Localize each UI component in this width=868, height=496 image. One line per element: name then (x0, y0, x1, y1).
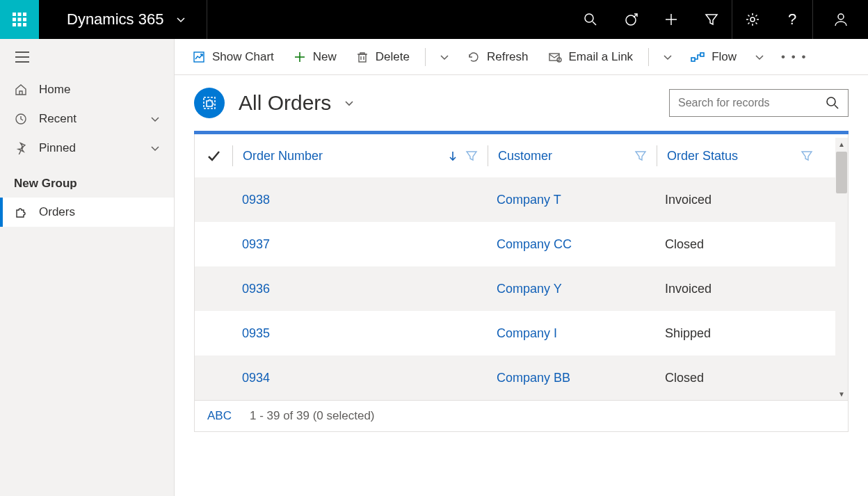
svg-rect-7 (18, 23, 22, 26)
add-button[interactable] (651, 0, 691, 39)
cell-customer[interactable]: Company Y (487, 282, 655, 296)
cmd-label: Delete (376, 50, 410, 64)
funnel-icon (705, 13, 718, 26)
search-records-box[interactable] (669, 89, 849, 117)
column-header-customer[interactable]: Customer (488, 149, 657, 163)
sidebar-toggle[interactable] (0, 39, 174, 75)
chevron-down-icon (663, 52, 673, 62)
chevron-down-icon (176, 15, 186, 24)
chevron-down-icon (150, 114, 160, 124)
brand-label: Dynamics 365 (67, 10, 163, 29)
vertical-scrollbar[interactable]: ▲ ▼ (835, 138, 848, 400)
email-split-button[interactable] (656, 48, 680, 66)
hamburger-icon (15, 51, 29, 63)
scroll-down-icon[interactable]: ▼ (835, 387, 848, 400)
app-launcher-button[interactable] (0, 0, 39, 39)
svg-line-10 (593, 22, 596, 25)
refresh-button[interactable]: Refresh (459, 46, 537, 68)
email-link-button[interactable]: Email a Link (540, 46, 642, 68)
svg-rect-3 (13, 18, 16, 22)
svg-marker-39 (802, 152, 812, 160)
column-header-order-number[interactable]: Order Number (233, 149, 488, 163)
help-button[interactable]: ? (772, 0, 812, 39)
cell-order-number[interactable]: 0934 (232, 371, 487, 385)
table-row[interactable]: 0934Company BBClosed (195, 355, 848, 400)
command-bar: Show Chart New Delete (175, 39, 868, 75)
table-row[interactable]: 0937Company CCClosed (195, 222, 848, 266)
grid-footer: ABC 1 - 39 of 39 (0 selected) (194, 400, 849, 432)
sort-desc-icon (447, 150, 458, 161)
svg-marker-15 (706, 15, 717, 24)
account-button[interactable] (812, 0, 868, 39)
search-input[interactable] (678, 97, 826, 109)
chevron-down-icon (344, 97, 355, 109)
sidebar-item-recent[interactable]: Recent (0, 104, 174, 134)
svg-rect-29 (549, 54, 559, 61)
cell-customer[interactable]: Company CC (487, 237, 655, 252)
delete-button[interactable]: Delete (348, 46, 418, 68)
table-row[interactable]: 0938Company TInvoiced (195, 177, 848, 222)
sidebar-item-pinned[interactable]: Pinned (0, 134, 174, 163)
clock-icon (14, 113, 28, 125)
show-chart-button[interactable]: Show Chart (184, 46, 282, 68)
cell-order-status: Shipped (655, 326, 821, 341)
new-button[interactable]: New (285, 46, 345, 68)
table-row[interactable]: 0936Company YInvoiced (195, 266, 848, 311)
flow-button[interactable]: Flow (682, 46, 745, 68)
svg-rect-4 (18, 18, 22, 22)
settings-button[interactable] (732, 0, 772, 39)
topbar-actions: ? (570, 0, 868, 39)
separator (648, 48, 649, 66)
task-button[interactable] (611, 0, 651, 39)
cell-order-number[interactable]: 0936 (232, 282, 487, 296)
column-label: Order Number (243, 149, 440, 163)
waffle-icon (13, 13, 26, 26)
sidebar-item-home[interactable]: Home (0, 75, 174, 104)
sidebar-item-label: Orders (39, 205, 75, 219)
cell-customer[interactable]: Company T (487, 193, 655, 207)
mail-icon (548, 51, 562, 63)
cell-order-number[interactable]: 0937 (232, 237, 487, 252)
sidebar-item-orders[interactable]: Orders (0, 198, 174, 227)
filter-button[interactable] (691, 0, 732, 39)
puzzle-icon (14, 206, 28, 218)
column-header-order-status[interactable]: Order Status (657, 149, 823, 163)
puzzle-icon (202, 95, 217, 111)
cell-order-number[interactable]: 0938 (232, 193, 487, 207)
delete-split-button[interactable] (433, 48, 456, 66)
scrollbar-thumb[interactable] (836, 152, 847, 193)
pin-icon (14, 142, 28, 154)
svg-marker-37 (467, 152, 476, 160)
select-all-checkbox[interactable] (195, 148, 232, 163)
table-row[interactable]: 0935Company IShipped (195, 311, 848, 355)
svg-point-16 (750, 17, 755, 22)
home-icon (14, 83, 28, 96)
filter-icon[interactable] (634, 150, 647, 162)
filter-icon[interactable] (465, 150, 478, 162)
chevron-down-icon (150, 143, 160, 153)
view-header: All Orders (175, 75, 868, 131)
refresh-icon (467, 51, 480, 63)
search-button[interactable] (570, 0, 611, 39)
cmd-label: Refresh (487, 50, 529, 64)
svg-rect-1 (18, 13, 22, 16)
cell-customer[interactable]: Company BB (487, 371, 655, 385)
sidebar-item-label: Recent (39, 112, 77, 126)
sidebar-item-label: Home (39, 83, 70, 97)
flow-split-button[interactable] (748, 48, 771, 66)
view-selector[interactable]: All Orders (239, 91, 355, 115)
cell-customer[interactable]: Company I (487, 326, 655, 341)
overflow-button[interactable]: • • • (774, 46, 814, 68)
svg-point-9 (585, 14, 593, 22)
grid: Order Number Customer (194, 131, 849, 400)
scroll-up-icon[interactable]: ▲ (835, 138, 848, 150)
cell-order-number[interactable]: 0935 (232, 326, 487, 341)
cmd-label: Show Chart (212, 50, 274, 64)
svg-rect-6 (13, 23, 16, 26)
brand-switcher[interactable]: Dynamics 365 (39, 0, 207, 39)
jump-bar[interactable]: ABC (207, 409, 232, 423)
flow-icon (691, 51, 705, 63)
gear-icon (746, 13, 760, 26)
cmd-label: New (313, 50, 337, 64)
filter-icon[interactable] (801, 150, 813, 162)
